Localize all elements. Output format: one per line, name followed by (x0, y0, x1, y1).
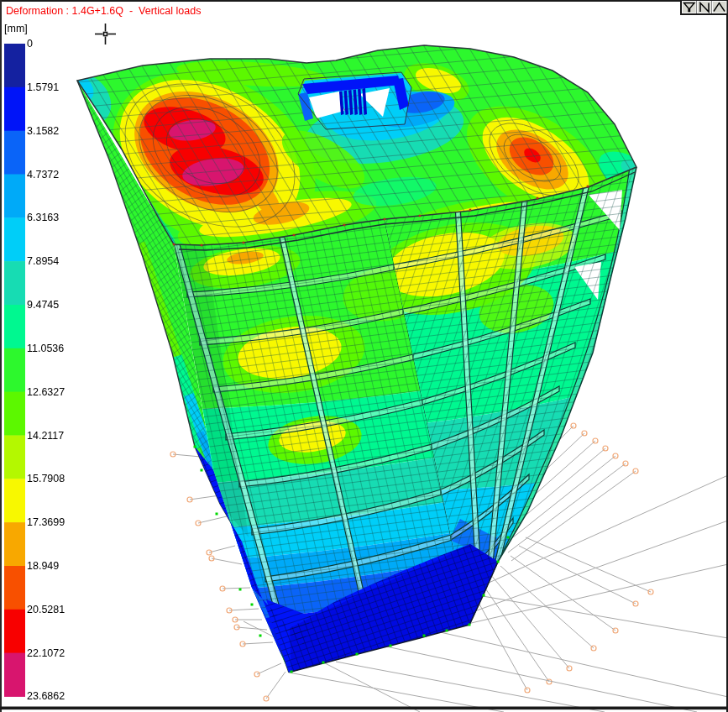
svg-text:Deformation : 1.4G+1.6Q - Ve: Deformation : 1.4G+1.6Q - Vertical loads (6, 5, 201, 17)
svg-text:15.7908: 15.7908 (27, 473, 65, 484)
svg-text:1.5791: 1.5791 (27, 81, 59, 93)
svg-text:4.7372: 4.7372 (27, 169, 59, 181)
svg-text:11.0536: 11.0536 (27, 343, 64, 354)
svg-text:7.8954: 7.8954 (27, 255, 59, 267)
svg-text:22.1072: 22.1072 (27, 647, 65, 659)
svg-text:[mm]: [mm] (4, 23, 28, 34)
svg-text:6.3163: 6.3163 (27, 212, 59, 223)
svg-text:17.3699: 17.3699 (27, 516, 65, 528)
svg-text:14.2117: 14.2117 (27, 430, 64, 442)
svg-text:3.1582: 3.1582 (27, 125, 59, 137)
svg-text:20.5281: 20.5281 (27, 604, 65, 615)
svg-text:18.949: 18.949 (27, 560, 59, 572)
svg-text:12.6327: 12.6327 (27, 386, 65, 398)
svg-text:0: 0 (27, 38, 33, 50)
svg-text:23.6862: 23.6862 (27, 690, 65, 702)
svg-text:9.4745: 9.4745 (27, 299, 59, 311)
